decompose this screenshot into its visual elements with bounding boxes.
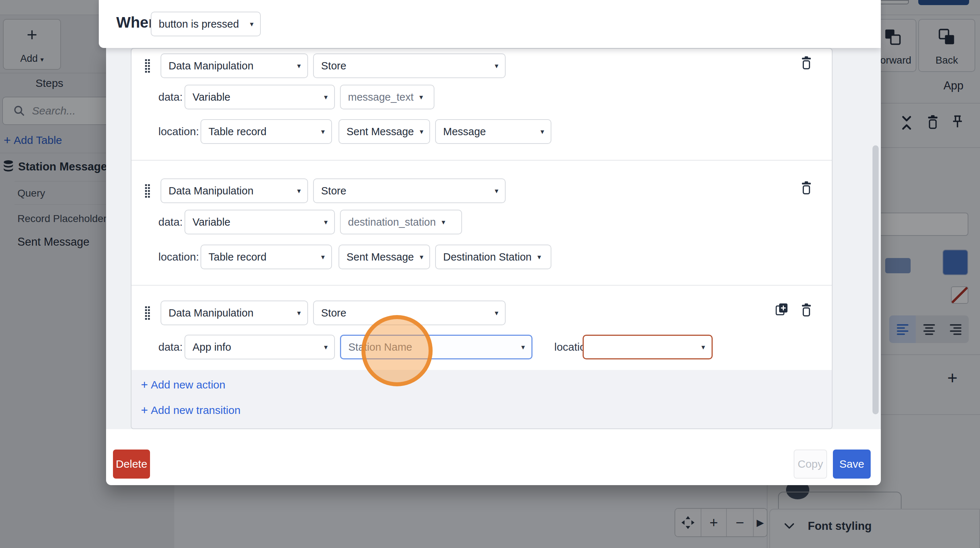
app-root: + Add ▾ Steps Search... + Add Table (0, 0, 980, 548)
workflow-modal: When button is pressed ▾ Data Manipulati… (99, 0, 881, 485)
location-label: location: (158, 245, 199, 269)
location-select-empty[interactable]: ▾ (582, 335, 713, 359)
add-new-transition-link[interactable]: + Add new transition (141, 403, 240, 417)
select-value: Sent Message (347, 251, 414, 263)
location-field-select[interactable]: Message ▾ (435, 119, 551, 144)
category-select[interactable]: Data Manipulation ▾ (161, 301, 308, 325)
chevron-down-icon: ▾ (324, 343, 328, 350)
duplicate-action-button[interactable] (774, 301, 790, 318)
chevron-down-icon: ▾ (321, 128, 325, 135)
select-value: destination_station (348, 216, 436, 228)
copy-button[interactable]: Copy (794, 449, 827, 479)
select-value: Store (321, 185, 346, 197)
delete-label: Delete (116, 458, 148, 470)
chevron-down-icon: ▾ (521, 343, 525, 350)
location-label: location: (158, 119, 199, 144)
select-value: App info (192, 341, 231, 353)
chevron-down-icon: ▾ (495, 309, 498, 317)
select-value: Variable (192, 216, 230, 228)
select-value: Message (443, 126, 486, 138)
select-value: Data Manipulation (169, 307, 253, 319)
modal-scrollbar-thumb[interactable] (872, 145, 879, 414)
select-value: Data Manipulation (169, 60, 253, 72)
delete-action-button[interactable] (799, 179, 815, 197)
category-select[interactable]: Data Manipulation ▾ (161, 53, 308, 78)
modal-header: When button is pressed ▾ (99, 0, 881, 48)
chevron-down-icon: ▾ (420, 128, 423, 135)
modal-body: Data Manipulation ▾ Store ▾ data: Variab… (106, 48, 881, 485)
actions-card: Data Manipulation ▾ Store ▾ data: Variab… (131, 48, 832, 429)
trigger-select[interactable]: button is pressed ▾ (151, 12, 261, 36)
location-table-select[interactable]: Sent Message ▾ (339, 245, 430, 269)
chevron-down-icon: ▾ (537, 253, 541, 261)
delete-action-button[interactable] (799, 54, 815, 72)
chevron-down-icon: ▾ (324, 93, 328, 101)
chevron-down-icon: ▾ (321, 253, 325, 261)
data-type-select[interactable]: App info ▾ (185, 335, 335, 359)
data-label: data: (158, 84, 183, 109)
data-label: data: (158, 210, 183, 234)
select-value: Data Manipulation (169, 185, 253, 197)
data-label: data: (158, 335, 183, 359)
select-value: Store (321, 307, 346, 319)
chevron-down-icon: ▾ (541, 128, 544, 135)
location-table-select[interactable]: Sent Message ▾ (339, 119, 430, 144)
trash-icon (800, 56, 813, 70)
drag-handle[interactable] (145, 183, 151, 198)
drag-handle[interactable] (145, 59, 151, 73)
data-value-select[interactable]: destination_station ▾ (340, 210, 462, 234)
action-select[interactable]: Store ▾ (313, 178, 506, 203)
location-type-select[interactable]: Table record ▾ (200, 119, 332, 144)
select-value: message_text (348, 91, 414, 103)
add-transition-label: Add new transition (151, 404, 240, 416)
divider (132, 285, 832, 286)
add-new-action-link[interactable]: + Add new action (141, 378, 225, 392)
select-value: Store (321, 60, 346, 72)
add-action-label: Add new action (151, 379, 225, 391)
chevron-down-icon: ▾ (250, 20, 253, 28)
select-value: Sent Message (347, 126, 414, 138)
chevron-down-icon: ▾ (297, 187, 301, 194)
trash-icon (800, 303, 813, 317)
chevron-down-icon: ▾ (420, 253, 423, 261)
data-type-select[interactable]: Variable ▾ (185, 210, 335, 234)
divider (132, 160, 832, 161)
data-value-select[interactable]: message_text ▾ (340, 84, 434, 109)
location-type-select[interactable]: Table record ▾ (200, 245, 332, 269)
select-value: Destination Station (443, 251, 531, 263)
copy-label: Copy (798, 458, 823, 470)
chevron-down-icon: ▾ (495, 62, 498, 69)
delete-action-button[interactable] (799, 301, 815, 319)
chevron-down-icon: ▾ (495, 187, 498, 194)
chevron-down-icon: ▾ (420, 93, 423, 101)
select-value: Variable (192, 91, 230, 103)
category-select[interactable]: Data Manipulation ▾ (161, 178, 308, 203)
chevron-down-icon: ▾ (442, 218, 445, 226)
copy-plus-icon (775, 303, 788, 316)
data-type-select[interactable]: Variable ▾ (185, 84, 335, 109)
chevron-down-icon: ▾ (297, 62, 301, 69)
save-button[interactable]: Save (833, 449, 871, 479)
drag-handle[interactable] (145, 306, 151, 320)
chevron-down-icon: ▾ (324, 218, 328, 226)
select-value: Table record (208, 126, 267, 138)
delete-button[interactable]: Delete (113, 449, 150, 479)
chevron-down-icon: ▾ (702, 343, 705, 350)
trigger-value: button is pressed (159, 18, 239, 30)
save-label: Save (839, 458, 864, 470)
select-value: Table record (208, 251, 267, 263)
trash-icon (800, 181, 813, 195)
action-select[interactable]: Store ▾ (313, 53, 506, 78)
chevron-down-icon: ▾ (297, 309, 301, 317)
click-highlight-indicator (361, 315, 433, 386)
plus-icon: + (141, 403, 148, 417)
location-field-select[interactable]: Destination Station ▾ (435, 245, 551, 269)
plus-icon: + (141, 378, 148, 392)
